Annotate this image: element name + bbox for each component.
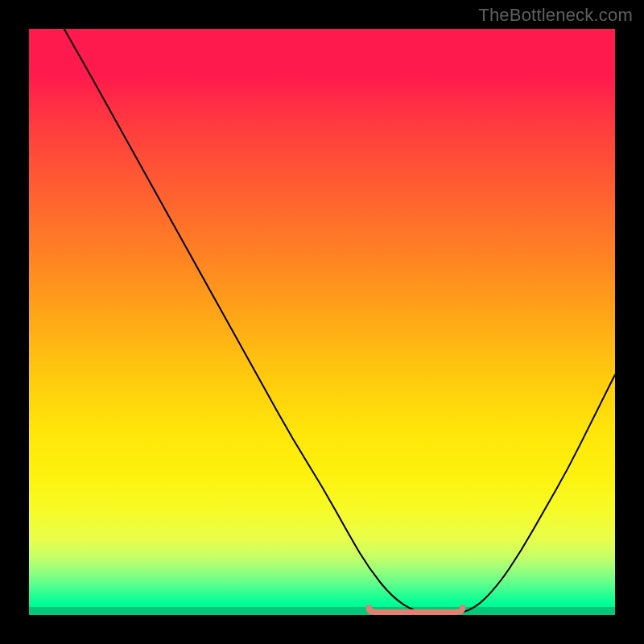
chart-frame: TheBottleneck.com <box>0 0 644 644</box>
chart-svg <box>29 29 615 615</box>
watermark-text: TheBottleneck.com <box>478 5 633 26</box>
bottleneck-curve <box>64 29 615 615</box>
optimal-marker <box>369 607 463 612</box>
plot-area <box>29 29 615 615</box>
